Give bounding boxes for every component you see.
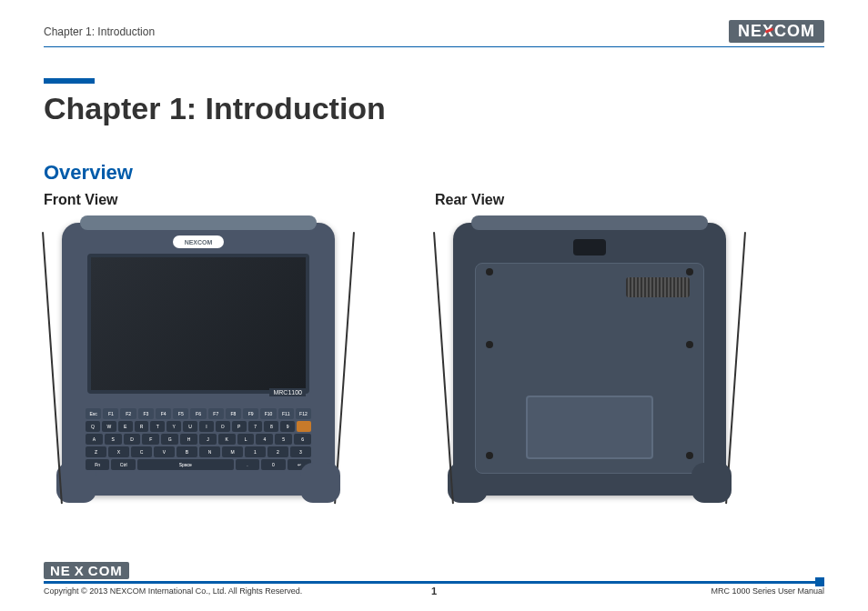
screw-icon (686, 341, 693, 348)
footer-brand-logo: NEXCOM (44, 562, 129, 579)
device-top-handle (471, 215, 708, 230)
keyboard-key: X (108, 446, 129, 457)
keyboard-key: Q (86, 421, 100, 432)
keyboard-key: K (218, 434, 236, 445)
footer-page-number: 1 (304, 586, 564, 596)
front-view-illustration: NEXCOM MRC1100 EscF1F2F3F4F5F6F7F8F9F10F… (44, 223, 353, 514)
keyboard-key: R (135, 421, 149, 432)
keyboard-key: P (232, 421, 247, 432)
keyboard-key: F10 (260, 408, 276, 419)
keyboard-key: N (199, 446, 220, 457)
keyboard-key: H (180, 434, 197, 445)
screw-icon (486, 341, 493, 348)
rear-view-column: Rear View (435, 192, 744, 514)
keyboard-key: F3 (138, 408, 154, 419)
footer-copyright: Copyright © 2013 NEXCOM International Co… (44, 586, 304, 596)
keyboard-key: 2 (267, 446, 288, 457)
header-chapter-label: Chapter 1: Introduction (44, 25, 155, 38)
device-model-label: MRC1100 (269, 388, 306, 396)
front-view-heading: Front View (44, 192, 353, 208)
keyboard-key: F1 (103, 408, 118, 419)
keyboard-key: F2 (120, 408, 136, 419)
keyboard-key: Y (167, 421, 181, 432)
keyboard-key: F7 (208, 408, 224, 419)
keyboard-key: 8 (264, 421, 278, 432)
strap-right-icon (725, 232, 746, 504)
keyboard-key: L (237, 434, 255, 445)
keyboard-key: F12 (296, 408, 311, 419)
keyboard-key: W (102, 421, 116, 432)
keyboard-key: T (150, 421, 165, 432)
battery-cover (526, 396, 653, 459)
footer-manual-name: MRC 1000 Series User Manual (564, 586, 824, 596)
keyboard-key: F (142, 434, 159, 445)
page-header: Chapter 1: Introduction NEXCOM (44, 20, 824, 43)
keyboard-key (297, 421, 311, 432)
brand-logo: NEXCOM (729, 20, 824, 43)
keyboard-key: I (199, 421, 214, 432)
keyboard-key: 7 (248, 421, 263, 432)
strap-left-icon (433, 232, 454, 504)
device-brand-badge: NEXCOM (173, 235, 224, 248)
strap-right-icon (334, 232, 355, 504)
keyboard-key: Space (137, 459, 234, 470)
page-title: Chapter 1: Introduction (44, 91, 824, 126)
keyboard-key: 3 (290, 446, 311, 457)
keyboard-key: U (183, 421, 197, 432)
keyboard-key: M (222, 446, 243, 457)
keyboard-key: C (131, 446, 152, 457)
screw-icon (686, 452, 693, 459)
keyboard-key: G (161, 434, 178, 445)
device-screen (87, 254, 309, 394)
keyboard-key: B (177, 446, 197, 457)
rear-view-illustration (435, 223, 744, 514)
keyboard-key: 0 (261, 459, 285, 470)
rear-view-heading: Rear View (435, 192, 744, 208)
keyboard-key: F4 (156, 408, 171, 419)
keyboard-key: D (124, 434, 141, 445)
keyboard-key: 9 (280, 421, 295, 432)
keyboard-key: F8 (226, 408, 241, 419)
keyboard-key: 4 (256, 434, 273, 445)
section-heading: Overview (44, 161, 824, 185)
keyboard-key: E (118, 421, 133, 432)
rear-camera-icon (573, 239, 606, 255)
keyboard-key: O (216, 421, 230, 432)
keyboard-key: . (236, 459, 259, 470)
keyboard-key: ↵ (288, 459, 311, 470)
screw-icon (486, 268, 493, 275)
keyboard-key: F6 (190, 408, 206, 419)
keyboard-key: F5 (173, 408, 188, 419)
keyboard-key: Z (86, 446, 106, 457)
keyboard-key: J (199, 434, 217, 445)
keyboard-key: F9 (243, 408, 258, 419)
keyboard-key: Esc (86, 408, 101, 419)
keyboard-key: 6 (294, 434, 311, 445)
vent-grille-icon (626, 277, 690, 297)
keyboard-key: 1 (245, 446, 266, 457)
screw-icon (686, 268, 693, 275)
page-footer: NEXCOM Copyright © 2013 NEXCOM Internati… (44, 562, 824, 596)
keyboard-key: V (154, 446, 175, 457)
header-divider-block (44, 78, 95, 84)
keyboard-key: 5 (275, 434, 292, 445)
keyboard-key: A (86, 434, 103, 445)
header-divider-thin (44, 46, 824, 47)
device-top-handle (80, 215, 317, 230)
device-keyboard: EscF1F2F3F4F5F6F7F8F9F10F11F12 QWERTYUIO… (86, 408, 311, 479)
keyboard-key: Ctrl (111, 459, 135, 470)
strap-left-icon (42, 232, 63, 504)
screw-icon (486, 452, 493, 459)
keyboard-key: F11 (278, 408, 294, 419)
footer-divider (44, 581, 824, 584)
front-view-column: Front View NEXCOM MRC1100 EscF1F2F3F4F5F… (44, 192, 353, 514)
keyboard-key: Fn (86, 459, 109, 470)
keyboard-key: S (105, 434, 122, 445)
